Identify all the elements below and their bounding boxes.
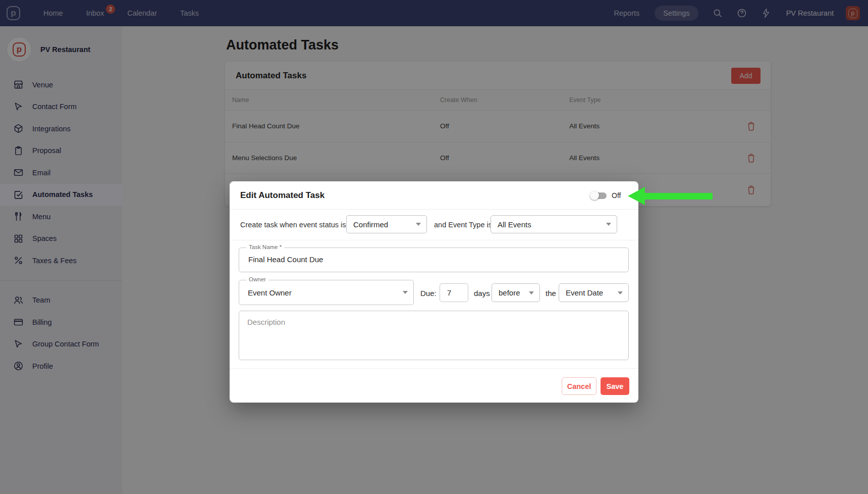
- the-label: the: [546, 289, 556, 298]
- modal-header: Edit Automated Task Off: [230, 181, 638, 210]
- due-label: Due:: [420, 289, 437, 298]
- save-button[interactable]: Save: [601, 377, 629, 395]
- owner-value: Event Owner: [248, 288, 292, 297]
- modal-footer-divider: [230, 368, 638, 369]
- event-type-value: All Events: [498, 220, 531, 229]
- before-after-value: before: [499, 288, 520, 297]
- app-viewport: p Home Inbox 2 Calendar Tasks Reports Se…: [0, 0, 868, 494]
- chevron-down-icon: [403, 291, 408, 294]
- chevron-down-icon: [606, 223, 611, 226]
- toggle-state-label: Off: [612, 191, 621, 200]
- annotation-arrow: [628, 187, 714, 206]
- before-after-select[interactable]: before: [492, 283, 540, 302]
- chevron-down-icon: [618, 291, 623, 294]
- event-type-select[interactable]: All Events: [491, 215, 617, 233]
- status-row-prefix: Create task when event status is: [240, 221, 346, 229]
- arrow-tail: [644, 193, 713, 200]
- description-textarea[interactable]: [239, 311, 629, 360]
- due-days-input[interactable]: [440, 283, 468, 302]
- chevron-down-icon: [416, 223, 421, 226]
- cancel-button[interactable]: Cancel: [562, 377, 596, 395]
- owner-label: Owner: [246, 276, 268, 282]
- event-status-select[interactable]: Confirmed: [346, 215, 427, 233]
- owner-select[interactable]: Owner Event Owner: [239, 280, 414, 305]
- task-name-label: Task Name *: [246, 244, 284, 250]
- task-name-field[interactable]: Task Name * Final Head Count Due: [239, 248, 629, 272]
- modal-title: Edit Automated Task: [240, 190, 324, 201]
- task-enabled-toggle[interactable]: Off: [590, 191, 621, 200]
- anchor-date-select[interactable]: Event Date: [559, 283, 629, 302]
- status-row-middle: and Event Type is: [434, 221, 492, 229]
- days-label: days: [474, 289, 490, 298]
- edit-automated-task-modal: Edit Automated Task Off Create task when…: [230, 181, 638, 403]
- event-status-value: Confirmed: [353, 220, 388, 229]
- toggle-switch-icon[interactable]: [590, 191, 608, 200]
- task-name-value: Final Head Count Due: [248, 255, 323, 264]
- arrow-head-icon: [628, 187, 645, 205]
- modal-divider: [230, 240, 638, 240]
- anchor-date-value: Event Date: [566, 288, 603, 297]
- chevron-down-icon: [529, 291, 534, 294]
